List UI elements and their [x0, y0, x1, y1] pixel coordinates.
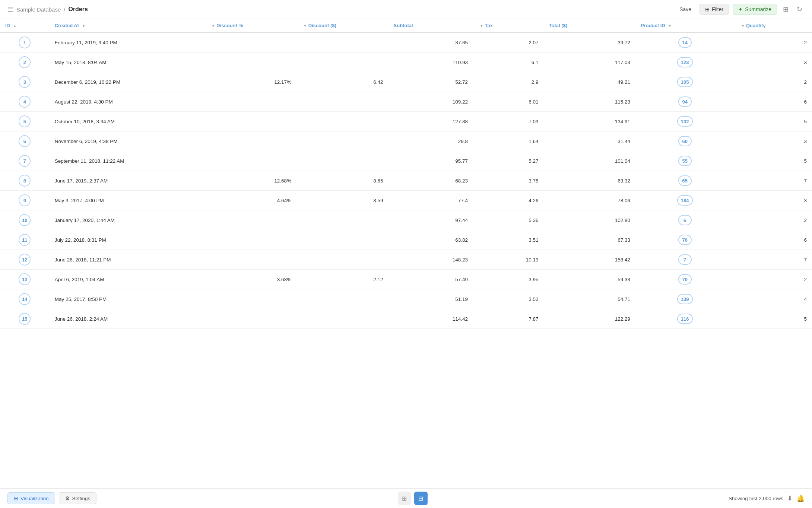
cell-subtotal: 109.22 [388, 92, 473, 112]
product-badge[interactable]: 7 [678, 254, 692, 265]
summarize-button[interactable]: ✦ Summarize [733, 4, 777, 15]
cell-discount-pct [205, 151, 296, 171]
cell-subtotal: 77.4 [388, 191, 473, 210]
cell-created-at: June 17, 2019, 2:37 AM [50, 171, 205, 191]
cell-id: 5 [0, 112, 50, 131]
cell-created-at: February 11, 2019, 9:40 PM [50, 32, 205, 53]
product-badge[interactable]: 14 [678, 37, 692, 48]
table-container: ID ▲ Created At ▼ ▼ Discount % ▼ Discoun… [0, 19, 812, 488]
id-badge[interactable]: 7 [19, 155, 31, 167]
cell-created-at: October 10, 2018, 3:34 AM [50, 112, 205, 131]
cell-tax: 4.26 [473, 191, 544, 210]
cell-discount-dollar [296, 92, 388, 112]
col-product-id[interactable]: Product ID ▼ [635, 19, 734, 32]
cell-product-id: 116 [635, 309, 734, 329]
save-button[interactable]: Save [675, 4, 696, 15]
cell-subtotal: 37.65 [388, 32, 473, 53]
product-badge[interactable]: 116 [677, 314, 693, 324]
col-discount-dollar[interactable]: ▼ Discount ($) [296, 19, 388, 32]
id-badge[interactable]: 12 [19, 254, 31, 266]
cell-discount-dollar [296, 289, 388, 309]
cell-tax: 2.9 [473, 72, 544, 92]
cell-quantity: 5 [734, 309, 812, 329]
header-left: ☰ Sample Database / Orders [7, 5, 670, 13]
refresh-button[interactable]: ↻ [794, 4, 805, 15]
cell-discount-pct [205, 131, 296, 151]
cell-tax: 2.07 [473, 32, 544, 53]
col-id[interactable]: ID ▲ [0, 19, 50, 32]
cell-total: 63.32 [544, 171, 635, 191]
download-icon[interactable]: ⬇ [787, 494, 793, 502]
col-created-at[interactable]: Created At ▼ [50, 19, 205, 32]
cell-total: 31.44 [544, 131, 635, 151]
filter-button[interactable]: ⊞ Filter [700, 4, 729, 15]
table-header: ID ▲ Created At ▼ ▼ Discount % ▼ Discoun… [0, 19, 812, 32]
view-options-button[interactable]: ⊞ [781, 4, 791, 15]
col-discount-pct[interactable]: ▼ Discount % [205, 19, 296, 32]
cell-id: 7 [0, 151, 50, 171]
product-badge[interactable]: 132 [677, 116, 693, 127]
grid-view-button[interactable]: ⊞ [398, 492, 411, 505]
id-badge[interactable]: 2 [19, 56, 31, 68]
id-badge[interactable]: 9 [19, 194, 31, 206]
cell-subtotal: 29.8 [388, 131, 473, 151]
cell-id: 9 [0, 191, 50, 210]
id-badge[interactable]: 15 [19, 313, 31, 325]
product-badge[interactable]: 6 [678, 215, 692, 225]
id-badge[interactable]: 6 [19, 135, 31, 147]
cell-tax: 3.75 [473, 171, 544, 191]
cell-discount-pct [205, 53, 296, 72]
product-badge[interactable]: 55 [678, 156, 692, 166]
sort-icon-created: ▼ [82, 24, 86, 28]
cell-discount-pct [205, 250, 296, 270]
product-badge[interactable]: 123 [677, 57, 693, 67]
sort-icon-disc-pct: ▼ [212, 24, 215, 28]
col-total[interactable]: Total ($) [544, 19, 635, 32]
product-badge[interactable]: 76 [678, 235, 692, 245]
cell-created-at: June 26, 2018, 11:21 PM [50, 250, 205, 270]
filter-icon: ⊞ [705, 6, 710, 12]
product-badge[interactable]: 65 [678, 175, 692, 186]
filter-label: Filter [712, 6, 723, 12]
bell-icon[interactable]: 🔔 [796, 494, 805, 502]
cell-subtotal: 148.23 [388, 250, 473, 270]
id-badge[interactable]: 5 [19, 115, 31, 127]
cell-id: 15 [0, 309, 50, 329]
visualization-button[interactable]: ⊞ Visualization [7, 492, 55, 504]
cell-id: 14 [0, 289, 50, 309]
sort-icon-disc-dollar: ▼ [303, 24, 307, 28]
cell-product-id: 105 [635, 72, 734, 92]
cell-id: 13 [0, 270, 50, 289]
list-view-button[interactable]: ⊟ [414, 492, 428, 505]
cell-subtotal: 127.88 [388, 112, 473, 131]
product-badge[interactable]: 60 [678, 136, 692, 146]
id-badge[interactable]: 11 [19, 234, 31, 246]
id-badge[interactable]: 4 [19, 96, 31, 108]
cell-discount-pct: 12.17% [205, 72, 296, 92]
product-badge[interactable]: 94 [678, 96, 692, 107]
cell-created-at: May 15, 2018, 8:04 AM [50, 53, 205, 72]
id-badge[interactable]: 3 [19, 76, 31, 88]
product-badge[interactable]: 139 [677, 294, 693, 304]
product-badge[interactable]: 70 [678, 274, 692, 285]
cell-tax: 1.64 [473, 131, 544, 151]
cell-product-id: 70 [635, 270, 734, 289]
id-badge[interactable]: 10 [19, 214, 31, 226]
cell-discount-dollar [296, 53, 388, 72]
cell-discount-dollar [296, 151, 388, 171]
col-tax[interactable]: ▼ Tax [473, 19, 544, 32]
cell-quantity: 2 [734, 72, 812, 92]
col-subtotal[interactable]: Subtotal [388, 19, 473, 32]
cell-discount-pct [205, 92, 296, 112]
cell-id: 4 [0, 92, 50, 112]
col-quantity[interactable]: ▼ Quantity [734, 19, 812, 32]
id-badge[interactable]: 14 [19, 293, 31, 305]
product-badge[interactable]: 184 [677, 195, 693, 206]
id-badge[interactable]: 1 [19, 36, 31, 48]
cell-quantity: 4 [734, 289, 812, 309]
product-badge[interactable]: 105 [677, 77, 693, 87]
settings-button[interactable]: ⚙ Settings [59, 492, 97, 504]
cell-total: 39.72 [544, 32, 635, 53]
id-badge[interactable]: 13 [19, 273, 31, 285]
id-badge[interactable]: 8 [19, 175, 31, 187]
